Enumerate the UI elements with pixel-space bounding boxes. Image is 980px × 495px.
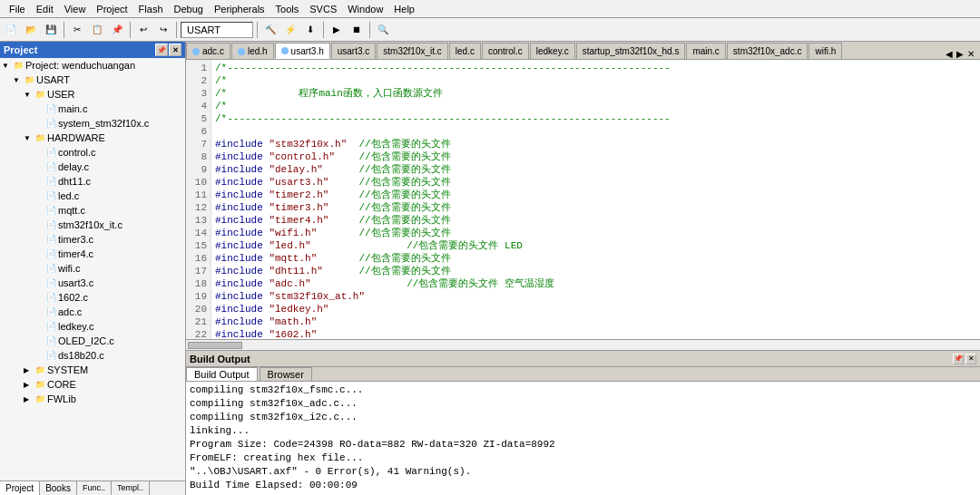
sidebar-title: Project	[4, 44, 37, 55]
control-icon: 📄	[44, 146, 58, 159]
tab-ledkey-c[interactable]: ledkey.c	[530, 43, 575, 59]
tree-usart[interactable]: ▼ 📁 USART	[0, 73, 185, 87]
menu-file[interactable]: File	[4, 2, 31, 16]
flash-btn[interactable]: ⬇	[301, 21, 319, 39]
tab-usart3-h[interactable]: usart3.h	[275, 43, 330, 59]
tree-delay-c[interactable]: 📄 delay.c	[0, 160, 185, 174]
build-content: compiling stm32f10x_fsmc.c... compiling …	[186, 382, 980, 495]
menu-view[interactable]: View	[59, 2, 92, 16]
debug-btn[interactable]: ▶	[328, 21, 346, 39]
tree-wifi-c[interactable]: 📄 wifi.c	[0, 261, 185, 276]
build-pin-btn[interactable]: 📌	[953, 354, 964, 364]
menu-edit[interactable]: Edit	[31, 2, 59, 16]
usart3-icon: 📄	[44, 277, 58, 289]
mqtt-icon: 📄	[44, 204, 58, 217]
build-header: Build Output 📌 ✕	[186, 351, 980, 367]
tab-close-btn[interactable]: ✕	[965, 49, 976, 59]
build-line-6: FromELF: creating hex file...	[190, 451, 976, 465]
undo-btn[interactable]: ↩	[134, 21, 152, 39]
build-tab-browser[interactable]: Browser	[260, 367, 312, 381]
tree-project-root[interactable]: ▼ 📁 Project: wenduchuangan	[0, 58, 185, 73]
tree-oled-c[interactable]: 📄 OLED_I2C.c	[0, 334, 185, 348]
user-folder-label: USER	[47, 89, 75, 100]
core-expand-icon: ▶	[24, 381, 33, 389]
tree-mqtt-c[interactable]: 📄 mqtt.c	[0, 203, 185, 218]
tab-led-h[interactable]: led.h	[231, 43, 274, 59]
tree-stm32-it-c[interactable]: 📄 stm32f10x_it.c	[0, 218, 185, 232]
tab-control-c[interactable]: control.c	[482, 43, 529, 59]
new-btn[interactable]: 📄	[2, 21, 20, 39]
project-label: USART	[181, 22, 253, 38]
code-content[interactable]: /*--------------------------------------…	[211, 60, 980, 339]
sidebar-tab-templates[interactable]: Templ..	[112, 481, 150, 495]
system-c-label: system_stm32f10x.c	[58, 118, 149, 129]
menu-debug[interactable]: Debug	[169, 2, 209, 16]
tab-wifi-h[interactable]: wifi.h	[808, 43, 842, 59]
tab-startup[interactable]: startup_stm32f10x_hd.s	[576, 43, 686, 59]
tree-ds18b20-c[interactable]: 📄 ds18b20.c	[0, 348, 185, 363]
sidebar-close-btn[interactable]: ✕	[169, 44, 181, 56]
toolbar-sep-4	[257, 22, 258, 38]
menu-bar: File Edit View Project Flash Debug Perip…	[0, 0, 980, 18]
tree-hardware-folder[interactable]: ▼ 📁 HARDWARE	[0, 131, 185, 145]
tree-core-folder[interactable]: ▶ 📁 CORE	[0, 377, 185, 392]
tab-stm32-adc-c[interactable]: stm32f10x_adc.c	[727, 43, 808, 59]
build-line-2: compiling stm32f10x_adc.c...	[190, 397, 976, 411]
toolbar-sep-1	[64, 22, 64, 38]
1602-label: 1602.c	[58, 292, 88, 303]
cut-btn[interactable]: ✂	[68, 21, 86, 39]
redo-btn[interactable]: ↪	[154, 21, 172, 39]
tab-scroll-left[interactable]: ◀	[944, 49, 955, 59]
tree-timer4-c[interactable]: 📄 timer4.c	[0, 247, 185, 261]
tree-fwlib-folder[interactable]: ▶ 📁 FWLib	[0, 392, 185, 406]
tree-system-c[interactable]: 📄 system_stm32f10x.c	[0, 116, 185, 131]
sidebar-pin-btn[interactable]: 📌	[155, 44, 168, 56]
menu-project[interactable]: Project	[91, 2, 132, 16]
tree-system-folder[interactable]: ▶ 📁 SYSTEM	[0, 363, 185, 377]
tab-led-c[interactable]: led.c	[449, 43, 481, 59]
tab-main-c[interactable]: main.c	[686, 43, 725, 59]
tab-adc-c[interactable]: adc.c	[186, 43, 230, 59]
timer4-label: timer4.c	[58, 248, 93, 259]
copy-btn[interactable]: 📋	[88, 21, 106, 39]
tab-usart3-c[interactable]: usart3.c	[331, 43, 377, 59]
tree-dht11-c[interactable]: 📄 dht11.c	[0, 174, 185, 189]
build-btn[interactable]: 🔨	[261, 21, 279, 39]
tab-scroll-right[interactable]: ▶	[955, 49, 965, 59]
editor-scrollbar[interactable]	[186, 339, 980, 350]
build-tab-output[interactable]: Build Output	[186, 367, 258, 381]
tree-ledkey-c[interactable]: 📄 ledkey.c	[0, 319, 185, 334]
search-btn[interactable]: 🔍	[374, 21, 392, 39]
tab-stm32-it-c[interactable]: stm32f10x_it.c	[377, 43, 447, 59]
tree-usart3-c[interactable]: 📄 usart3.c	[0, 276, 185, 290]
tree-timer3-c[interactable]: 📄 timer3.c	[0, 232, 185, 247]
menu-help[interactable]: Help	[388, 2, 420, 16]
tree-led-c[interactable]: 📄 led.c	[0, 189, 185, 203]
delay-label: delay.c	[58, 161, 89, 172]
sidebar-tab-functions[interactable]: Func..	[77, 481, 112, 495]
rebuild-btn[interactable]: ⚡	[281, 21, 299, 39]
system-folder-label: SYSTEM	[47, 364, 88, 375]
build-close-btn[interactable]: ✕	[965, 354, 976, 364]
tree-control-c[interactable]: 📄 control.c	[0, 145, 185, 160]
sidebar-tab-books[interactable]: Books	[40, 481, 77, 495]
led-icon: 📄	[44, 189, 58, 202]
tree-adc-c[interactable]: 📄 adc.c	[0, 305, 185, 319]
tree-1602-c[interactable]: 📄 1602.c	[0, 290, 185, 305]
tree-user-folder[interactable]: ▼ 📁 USER	[0, 87, 185, 102]
stop-btn[interactable]: ⏹	[348, 21, 366, 39]
scroll-thumb[interactable]	[188, 342, 242, 349]
paste-btn[interactable]: 📌	[108, 21, 126, 39]
open-btn[interactable]: 📂	[22, 21, 40, 39]
toolbar-sep-5	[323, 22, 324, 38]
menu-peripherals[interactable]: Peripherals	[209, 2, 270, 16]
usart-folder-icon: 📁	[22, 73, 36, 86]
sidebar-tab-project[interactable]: Project	[0, 481, 40, 495]
menu-tools[interactable]: Tools	[270, 2, 305, 16]
menu-svcs[interactable]: SVCS	[304, 2, 342, 16]
menu-flash[interactable]: Flash	[133, 2, 169, 16]
menu-window[interactable]: Window	[342, 2, 388, 16]
save-btn[interactable]: 💾	[42, 21, 60, 39]
tree-main-c[interactable]: 📄 main.c	[0, 102, 185, 116]
control-label: control.c	[58, 147, 96, 158]
